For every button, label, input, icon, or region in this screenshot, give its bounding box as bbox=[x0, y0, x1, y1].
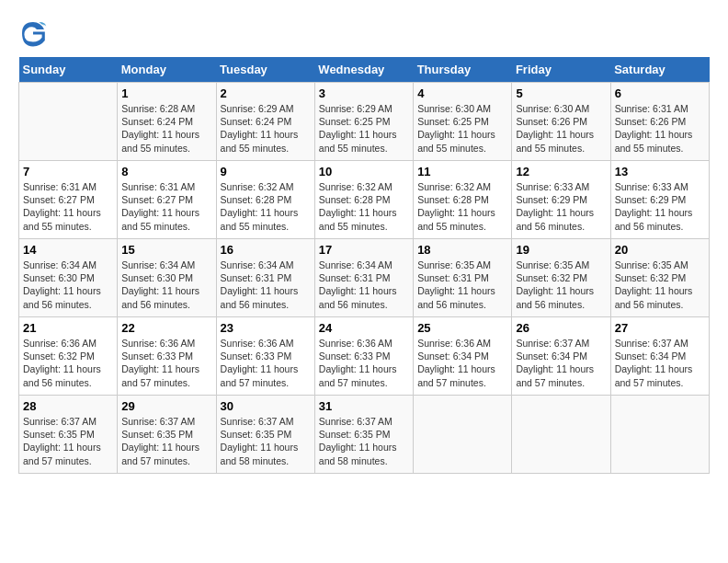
day-number: 5 bbox=[516, 86, 606, 100]
day-number: 3 bbox=[319, 86, 409, 100]
day-number: 7 bbox=[23, 165, 113, 178]
calendar-cell bbox=[512, 396, 610, 474]
calendar-cell: 18Sunrise: 6:35 AM Sunset: 6:31 PM Dayli… bbox=[414, 239, 512, 317]
day-number: 24 bbox=[319, 321, 409, 335]
day-number: 27 bbox=[615, 321, 705, 335]
calendar-cell: 4Sunrise: 6:30 AM Sunset: 6:25 PM Daylig… bbox=[414, 83, 512, 161]
day-info: Sunrise: 6:31 AM Sunset: 6:27 PM Dayligh… bbox=[121, 180, 211, 233]
calendar-cell: 29Sunrise: 6:37 AM Sunset: 6:35 PM Dayli… bbox=[118, 396, 216, 474]
day-info: Sunrise: 6:37 AM Sunset: 6:35 PM Dayligh… bbox=[319, 415, 409, 467]
calendar-cell: 6Sunrise: 6:31 AM Sunset: 6:26 PM Daylig… bbox=[610, 83, 709, 161]
day-number: 31 bbox=[319, 399, 409, 413]
day-header-monday: Monday bbox=[118, 57, 216, 83]
day-info: Sunrise: 6:33 AM Sunset: 6:29 PM Dayligh… bbox=[516, 180, 606, 233]
calendar-cell: 2Sunrise: 6:29 AM Sunset: 6:24 PM Daylig… bbox=[216, 83, 314, 161]
day-info: Sunrise: 6:32 AM Sunset: 6:28 PM Dayligh… bbox=[221, 180, 311, 233]
calendar-cell: 3Sunrise: 6:29 AM Sunset: 6:25 PM Daylig… bbox=[314, 83, 413, 161]
day-number: 28 bbox=[23, 399, 113, 413]
calendar-cell bbox=[414, 396, 512, 474]
day-header-saturday: Saturday bbox=[610, 57, 709, 83]
calendar-cell: 11Sunrise: 6:32 AM Sunset: 6:28 PM Dayli… bbox=[414, 161, 512, 239]
day-number: 19 bbox=[516, 243, 606, 257]
calendar-cell bbox=[19, 83, 118, 161]
day-info: Sunrise: 6:29 AM Sunset: 6:24 PM Dayligh… bbox=[221, 102, 311, 155]
day-info: Sunrise: 6:34 AM Sunset: 6:31 PM Dayligh… bbox=[221, 259, 311, 311]
day-number: 29 bbox=[121, 399, 211, 413]
day-number: 25 bbox=[417, 321, 507, 335]
day-number: 14 bbox=[23, 243, 113, 257]
day-number: 23 bbox=[221, 321, 311, 335]
calendar-cell: 16Sunrise: 6:34 AM Sunset: 6:31 PM Dayli… bbox=[216, 239, 314, 317]
day-info: Sunrise: 6:34 AM Sunset: 6:30 PM Dayligh… bbox=[23, 259, 113, 311]
calendar-table: SundayMondayTuesdayWednesdayThursdayFrid… bbox=[18, 57, 710, 474]
calendar-cell: 8Sunrise: 6:31 AM Sunset: 6:27 PM Daylig… bbox=[118, 161, 216, 239]
day-header-sunday: Sunday bbox=[19, 57, 118, 83]
day-number: 13 bbox=[615, 165, 705, 178]
day-number: 16 bbox=[221, 243, 311, 257]
day-number: 30 bbox=[221, 399, 311, 413]
day-info: Sunrise: 6:35 AM Sunset: 6:32 PM Dayligh… bbox=[615, 259, 705, 311]
calendar-cell: 28Sunrise: 6:37 AM Sunset: 6:35 PM Dayli… bbox=[19, 396, 118, 474]
day-info: Sunrise: 6:36 AM Sunset: 6:33 PM Dayligh… bbox=[121, 337, 211, 389]
day-number: 17 bbox=[319, 243, 409, 257]
calendar-body: 1Sunrise: 6:28 AM Sunset: 6:24 PM Daylig… bbox=[19, 83, 710, 474]
calendar-cell: 1Sunrise: 6:28 AM Sunset: 6:24 PM Daylig… bbox=[118, 83, 216, 161]
day-info: Sunrise: 6:29 AM Sunset: 6:25 PM Dayligh… bbox=[319, 102, 409, 155]
week-row-4: 21Sunrise: 6:36 AM Sunset: 6:32 PM Dayli… bbox=[19, 317, 710, 396]
day-info: Sunrise: 6:36 AM Sunset: 6:33 PM Dayligh… bbox=[319, 337, 409, 389]
day-info: Sunrise: 6:36 AM Sunset: 6:32 PM Dayligh… bbox=[23, 337, 113, 389]
day-info: Sunrise: 6:34 AM Sunset: 6:30 PM Dayligh… bbox=[121, 259, 211, 311]
day-number: 4 bbox=[417, 86, 507, 100]
calendar-cell: 26Sunrise: 6:37 AM Sunset: 6:34 PM Dayli… bbox=[512, 317, 610, 396]
calendar-cell: 13Sunrise: 6:33 AM Sunset: 6:29 PM Dayli… bbox=[610, 161, 709, 239]
calendar-cell bbox=[610, 396, 709, 474]
day-number: 22 bbox=[121, 321, 211, 335]
day-number: 9 bbox=[221, 165, 311, 178]
day-number: 6 bbox=[615, 86, 705, 100]
day-header-friday: Friday bbox=[512, 57, 610, 83]
calendar-cell: 10Sunrise: 6:32 AM Sunset: 6:28 PM Dayli… bbox=[314, 161, 413, 239]
day-info: Sunrise: 6:32 AM Sunset: 6:28 PM Dayligh… bbox=[417, 180, 507, 233]
day-info: Sunrise: 6:36 AM Sunset: 6:33 PM Dayligh… bbox=[221, 337, 311, 389]
day-number: 10 bbox=[319, 165, 409, 178]
day-number: 15 bbox=[121, 243, 211, 257]
calendar-header: SundayMondayTuesdayWednesdayThursdayFrid… bbox=[19, 57, 710, 83]
calendar-cell: 15Sunrise: 6:34 AM Sunset: 6:30 PM Dayli… bbox=[118, 239, 216, 317]
day-info: Sunrise: 6:37 AM Sunset: 6:35 PM Dayligh… bbox=[221, 415, 311, 467]
day-info: Sunrise: 6:36 AM Sunset: 6:34 PM Dayligh… bbox=[417, 337, 507, 389]
calendar-cell: 17Sunrise: 6:34 AM Sunset: 6:31 PM Dayli… bbox=[314, 239, 413, 317]
page-header bbox=[18, 18, 710, 48]
day-info: Sunrise: 6:35 AM Sunset: 6:31 PM Dayligh… bbox=[417, 259, 507, 311]
calendar-cell: 9Sunrise: 6:32 AM Sunset: 6:28 PM Daylig… bbox=[216, 161, 314, 239]
day-header-tuesday: Tuesday bbox=[216, 57, 314, 83]
day-number: 12 bbox=[516, 165, 606, 178]
day-info: Sunrise: 6:37 AM Sunset: 6:35 PM Dayligh… bbox=[121, 415, 211, 467]
day-info: Sunrise: 6:30 AM Sunset: 6:26 PM Dayligh… bbox=[516, 102, 606, 155]
day-info: Sunrise: 6:31 AM Sunset: 6:27 PM Dayligh… bbox=[23, 180, 113, 233]
day-info: Sunrise: 6:37 AM Sunset: 6:34 PM Dayligh… bbox=[516, 337, 606, 389]
logo-icon bbox=[18, 18, 48, 48]
day-header-thursday: Thursday bbox=[414, 57, 512, 83]
day-info: Sunrise: 6:37 AM Sunset: 6:35 PM Dayligh… bbox=[23, 415, 113, 467]
calendar-cell: 27Sunrise: 6:37 AM Sunset: 6:34 PM Dayli… bbox=[610, 317, 709, 396]
day-number: 8 bbox=[121, 165, 211, 178]
logo bbox=[18, 18, 50, 48]
week-row-5: 28Sunrise: 6:37 AM Sunset: 6:35 PM Dayli… bbox=[19, 396, 710, 474]
day-number: 2 bbox=[221, 86, 311, 100]
day-number: 1 bbox=[121, 86, 211, 100]
day-header-wednesday: Wednesday bbox=[314, 57, 413, 83]
day-number: 26 bbox=[516, 321, 606, 335]
day-info: Sunrise: 6:35 AM Sunset: 6:32 PM Dayligh… bbox=[516, 259, 606, 311]
day-number: 11 bbox=[417, 165, 507, 178]
calendar-cell: 25Sunrise: 6:36 AM Sunset: 6:34 PM Dayli… bbox=[414, 317, 512, 396]
calendar-cell: 20Sunrise: 6:35 AM Sunset: 6:32 PM Dayli… bbox=[610, 239, 709, 317]
calendar-cell: 5Sunrise: 6:30 AM Sunset: 6:26 PM Daylig… bbox=[512, 83, 610, 161]
day-info: Sunrise: 6:31 AM Sunset: 6:26 PM Dayligh… bbox=[615, 102, 705, 155]
calendar-cell: 14Sunrise: 6:34 AM Sunset: 6:30 PM Dayli… bbox=[19, 239, 118, 317]
week-row-3: 14Sunrise: 6:34 AM Sunset: 6:30 PM Dayli… bbox=[19, 239, 710, 317]
day-number: 21 bbox=[23, 321, 113, 335]
calendar-cell: 31Sunrise: 6:37 AM Sunset: 6:35 PM Dayli… bbox=[314, 396, 413, 474]
day-info: Sunrise: 6:34 AM Sunset: 6:31 PM Dayligh… bbox=[319, 259, 409, 311]
calendar-cell: 7Sunrise: 6:31 AM Sunset: 6:27 PM Daylig… bbox=[19, 161, 118, 239]
week-row-2: 7Sunrise: 6:31 AM Sunset: 6:27 PM Daylig… bbox=[19, 161, 710, 239]
